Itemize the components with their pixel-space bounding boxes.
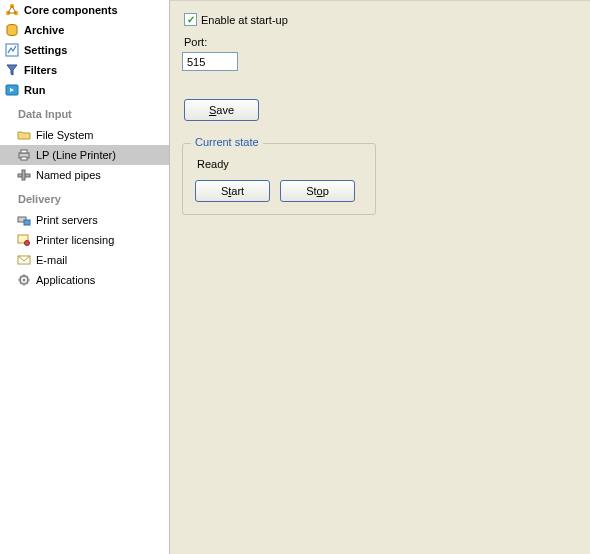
sidebar-label: Print servers [36, 212, 98, 228]
sidebar: Core components Archive Settings Filters [0, 0, 170, 554]
port-input[interactable] [182, 52, 238, 71]
sidebar-label: Core components [24, 2, 118, 18]
pipes-icon [16, 167, 32, 183]
sidebar-label: Printer licensing [36, 232, 114, 248]
stop-button[interactable]: Stop [280, 180, 355, 202]
sidebar-item-filters[interactable]: Filters [0, 60, 169, 80]
start-button[interactable]: Start [195, 180, 270, 202]
group-legend: Current state [191, 136, 263, 148]
components-icon [4, 2, 20, 18]
svg-rect-12 [24, 220, 30, 225]
archive-icon [4, 22, 20, 38]
sidebar-item-settings[interactable]: Settings [0, 40, 169, 60]
sidebar-label: LP (Line Printer) [36, 147, 116, 163]
email-icon [16, 252, 32, 268]
sidebar-item-printer-licensing[interactable]: Printer licensing [0, 230, 169, 250]
sidebar-label: Archive [24, 22, 64, 38]
save-button[interactable]: Save [184, 99, 259, 121]
filter-icon [4, 62, 20, 78]
gear-icon [16, 272, 32, 288]
sidebar-item-core-components[interactable]: Core components [0, 0, 169, 20]
sidebar-item-named-pipes[interactable]: Named pipes [0, 165, 169, 185]
sidebar-item-run[interactable]: Run [0, 80, 169, 100]
run-icon [4, 82, 20, 98]
enable-startup-row: ✓ Enable at start-up [184, 13, 578, 26]
sidebar-label: Named pipes [36, 167, 101, 183]
svg-rect-10 [22, 170, 25, 180]
sidebar-label: File System [36, 127, 93, 143]
current-state-group: Current state Ready Start Stop [182, 143, 376, 215]
sidebar-item-email[interactable]: E-mail [0, 250, 169, 270]
print-server-icon [16, 212, 32, 228]
app-root: Core components Archive Settings Filters [0, 0, 590, 554]
sidebar-item-file-system[interactable]: File System [0, 125, 169, 145]
svg-rect-8 [21, 157, 27, 160]
port-label: Port: [184, 36, 578, 48]
settings-icon [4, 42, 20, 58]
enable-startup-label: Enable at start-up [201, 14, 288, 26]
svg-rect-7 [21, 150, 27, 153]
sidebar-label: Settings [24, 42, 67, 58]
sidebar-item-applications[interactable]: Applications [0, 270, 169, 290]
sidebar-label: E-mail [36, 252, 67, 268]
printer-icon [16, 147, 32, 163]
sidebar-label: Run [24, 82, 45, 98]
sidebar-item-lp[interactable]: LP (Line Printer) [0, 145, 169, 165]
sidebar-label: Filters [24, 62, 57, 78]
sidebar-item-print-servers[interactable]: Print servers [0, 210, 169, 230]
status-text: Ready [197, 158, 365, 170]
certificate-icon [16, 232, 32, 248]
enable-startup-checkbox[interactable]: ✓ [184, 13, 197, 26]
svg-point-17 [23, 279, 26, 282]
sidebar-section-data-input: Data Input [0, 104, 169, 124]
sidebar-section-delivery: Delivery [0, 189, 169, 209]
main-panel: ✓ Enable at start-up Port: Save Current … [170, 0, 590, 554]
check-icon: ✓ [187, 15, 195, 25]
sidebar-item-archive[interactable]: Archive [0, 20, 169, 40]
svg-point-14 [25, 241, 30, 246]
sidebar-label: Applications [36, 272, 95, 288]
folder-icon [16, 127, 32, 143]
